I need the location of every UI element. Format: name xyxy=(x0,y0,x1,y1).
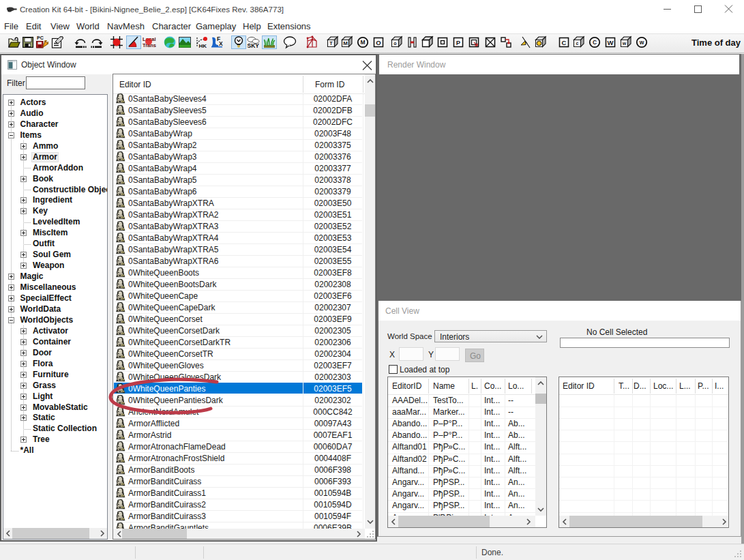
svg-text:o: o xyxy=(393,41,396,46)
svg-text:O: O xyxy=(376,39,381,46)
svg-text:C: C xyxy=(593,39,597,46)
svg-text:w: w xyxy=(622,41,627,46)
svg-text:P: P xyxy=(456,39,461,46)
svg-text:SKY: SKY xyxy=(248,42,260,49)
svg-text:T: T xyxy=(329,40,333,46)
svg-text:X: X xyxy=(219,40,223,47)
svg-text:C: C xyxy=(562,39,567,46)
svg-text:c: c xyxy=(576,41,579,46)
svg-text:M: M xyxy=(360,39,365,46)
svg-text:W: W xyxy=(608,39,614,46)
svg-text:HK: HK xyxy=(199,43,207,49)
svg-text:M: M xyxy=(343,40,348,46)
svg-text:PC: PC xyxy=(37,35,44,40)
svg-text:w: w xyxy=(639,39,644,46)
